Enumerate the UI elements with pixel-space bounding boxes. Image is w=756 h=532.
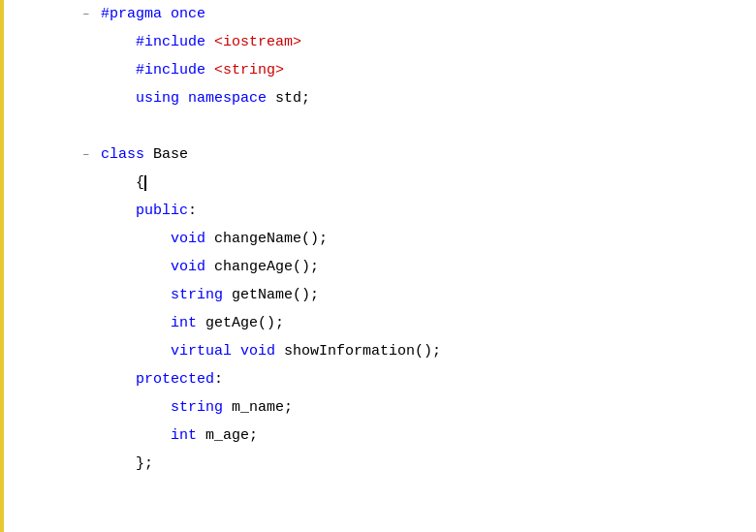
token: getName(); — [232, 287, 319, 303]
token: int — [171, 427, 205, 444]
line-16: int m_age; — [48, 422, 756, 450]
code-content-12: int getAge(); — [97, 309, 756, 337]
token: virtual — [171, 343, 240, 360]
code-content-10: void changeAge(); — [97, 253, 756, 281]
code-content-15: string m_name; — [97, 393, 756, 422]
line-8: public: — [48, 197, 756, 225]
code-content-4: using namespace std; — [97, 84, 756, 112]
line-gutter-11 — [48, 281, 97, 309]
token: #include — [136, 62, 214, 78]
line-14: protected: — [48, 365, 756, 393]
code-content-1: #pragma once — [97, 0, 756, 28]
code-content-17: }; — [97, 450, 756, 478]
token: <string> — [214, 62, 284, 78]
line-gutter-13 — [48, 337, 97, 365]
token: getAge(); — [205, 315, 284, 331]
token: void — [171, 231, 214, 247]
line-6: −class Base — [48, 141, 756, 169]
line-10: void changeAge(); — [48, 253, 756, 281]
token: once — [171, 6, 205, 22]
yellow-bar — [0, 0, 4, 532]
fold-icon-6[interactable]: − — [82, 149, 89, 161]
token: void — [240, 343, 284, 360]
token: }; — [136, 455, 153, 472]
token: <iostream> — [214, 34, 301, 50]
token: #include — [136, 34, 214, 50]
line-gutter-4 — [48, 84, 97, 112]
line-gutter-5 — [48, 112, 97, 141]
token: string — [171, 287, 232, 303]
code-content-7: { — [97, 169, 756, 197]
line-gutter-8 — [48, 197, 97, 225]
line-gutter-2 — [48, 28, 97, 56]
token: showInformation(); — [284, 343, 441, 360]
line-1: −#pragma once — [48, 0, 756, 28]
token: m_age; — [205, 427, 258, 444]
token: { — [136, 174, 144, 191]
token: protected — [136, 371, 214, 388]
editor-gutter — [0, 0, 48, 532]
line-13: virtual void showInformation(); — [48, 337, 756, 365]
line-11: string getName(); — [48, 281, 756, 309]
code-content-6: class Base — [97, 141, 756, 169]
token: public — [136, 203, 188, 219]
token: changeAge(); — [214, 259, 319, 275]
code-content-16: int m_age; — [97, 422, 756, 450]
token: Base — [153, 146, 188, 163]
editor: −#pragma once #include <iostream> #inclu… — [0, 0, 756, 532]
line-4: using namespace std; — [48, 84, 756, 112]
line-gutter-17 — [48, 450, 97, 478]
token: : — [214, 371, 223, 388]
line-gutter-3 — [48, 56, 97, 84]
code-content-11: string getName(); — [97, 281, 756, 309]
code-content-2: #include <iostream> — [97, 28, 756, 56]
line-gutter-15 — [48, 393, 97, 422]
token: string — [171, 399, 232, 416]
code-content-14: protected: — [97, 365, 756, 393]
line-9: void changeName(); — [48, 225, 756, 253]
token: m_name; — [232, 399, 293, 416]
line-gutter-12 — [48, 309, 97, 337]
line-gutter-1: − — [48, 0, 97, 28]
fold-icon-1[interactable]: − — [82, 9, 89, 20]
code-content-13: virtual void showInformation(); — [97, 337, 756, 365]
line-gutter-10 — [48, 253, 97, 281]
line-7: { — [48, 169, 756, 197]
token: changeName(); — [214, 231, 328, 247]
line-gutter-14 — [48, 365, 97, 393]
token: namespace — [188, 90, 275, 107]
line-2: #include <iostream> — [48, 28, 756, 56]
code-area[interactable]: −#pragma once #include <iostream> #inclu… — [48, 0, 756, 532]
line-gutter-16 — [48, 422, 97, 450]
line-12: int getAge(); — [48, 309, 756, 337]
token: #pragma — [101, 6, 171, 22]
line-gutter-9 — [48, 225, 97, 253]
line-gutter-7 — [48, 169, 97, 197]
token: void — [171, 259, 214, 275]
token: int — [171, 315, 205, 331]
text-cursor — [144, 175, 146, 191]
token: std; — [275, 90, 310, 107]
code-content-8: public: — [97, 197, 756, 225]
code-content-5 — [97, 112, 756, 141]
code-content-9: void changeName(); — [97, 225, 756, 253]
line-17: }; — [48, 450, 756, 478]
token: class — [101, 146, 153, 163]
line-15: string m_name; — [48, 393, 756, 422]
line-3: #include <string> — [48, 56, 756, 84]
line-5 — [48, 112, 756, 141]
line-gutter-6: − — [48, 141, 97, 169]
code-content-3: #include <string> — [97, 56, 756, 84]
token: : — [188, 203, 197, 219]
token: using — [136, 90, 188, 107]
